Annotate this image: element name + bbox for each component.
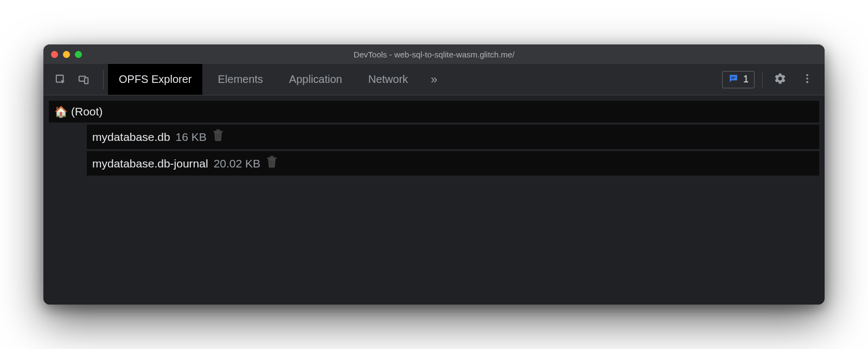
tab-label: Network	[368, 73, 408, 86]
kebab-icon	[801, 73, 813, 87]
tab-opfs-explorer[interactable]: OPFS Explorer	[108, 64, 202, 95]
svg-rect-4	[731, 78, 735, 79]
tree-root-node[interactable]: 🏠 (Root)	[49, 101, 819, 122]
chat-icon	[728, 73, 739, 86]
tab-label: Application	[289, 73, 342, 86]
toolbar-right: 1	[722, 70, 817, 89]
file-row[interactable]: mydatabase.db-journal 20.02 KB	[87, 151, 819, 176]
file-size: 16 KB	[176, 131, 207, 144]
settings-button[interactable]	[770, 70, 790, 89]
file-row[interactable]: mydatabase.db 16 KB	[87, 125, 819, 149]
toolbar-icon-group	[51, 70, 104, 89]
devtools-window: DevTools - web-sql-to-sqlite-wasm.glitch…	[43, 44, 825, 305]
file-name: mydatabase.db-journal	[92, 157, 208, 170]
more-options-button[interactable]	[797, 70, 817, 89]
svg-rect-8	[213, 131, 222, 132]
svg-point-7	[806, 81, 808, 83]
device-toolbar-button[interactable]	[74, 70, 93, 89]
panel-tabs: OPFS Explorer Elements Application Netwo…	[108, 64, 445, 95]
svg-rect-9	[216, 130, 220, 131]
divider	[762, 72, 763, 88]
opfs-explorer-panel: 🏠 (Root) mydatabase.db 16 KB	[43, 95, 825, 305]
titlebar: DevTools - web-sql-to-sqlite-wasm.glitch…	[43, 44, 825, 64]
delete-file-button[interactable]	[212, 129, 224, 145]
tree-children: mydatabase.db 16 KB mydatabase.db-journa…	[49, 125, 819, 176]
home-icon: 🏠	[54, 105, 68, 118]
tab-application[interactable]: Application	[278, 64, 353, 95]
chevron-double-right-icon: »	[431, 73, 437, 86]
trash-icon	[266, 156, 278, 169]
svg-rect-14	[270, 156, 274, 158]
file-size: 20.02 KB	[214, 157, 260, 170]
delete-file-button[interactable]	[266, 156, 278, 171]
tab-label: Elements	[218, 73, 263, 86]
trash-icon	[212, 129, 224, 142]
tab-label: OPFS Explorer	[119, 73, 192, 86]
svg-rect-13	[267, 157, 276, 159]
issues-badge[interactable]: 1	[722, 71, 755, 88]
more-tabs-button[interactable]: »	[423, 73, 445, 87]
gear-icon	[774, 72, 787, 87]
issues-count: 1	[743, 74, 749, 85]
tab-network[interactable]: Network	[358, 64, 419, 95]
inspect-element-button[interactable]	[51, 70, 71, 89]
svg-point-6	[806, 77, 808, 80]
svg-rect-3	[731, 76, 736, 77]
root-label: (Root)	[71, 105, 103, 118]
traffic-lights	[43, 51, 82, 58]
minimize-window-button[interactable]	[63, 51, 70, 58]
close-window-button[interactable]	[51, 51, 58, 58]
svg-rect-2	[85, 77, 88, 83]
file-name: mydatabase.db	[92, 131, 170, 144]
toolbar: OPFS Explorer Elements Application Netwo…	[43, 64, 825, 95]
window-title: DevTools - web-sql-to-sqlite-wasm.glitch…	[354, 50, 515, 59]
maximize-window-button[interactable]	[75, 51, 82, 58]
svg-point-5	[806, 74, 808, 76]
tab-elements[interactable]: Elements	[207, 64, 273, 95]
